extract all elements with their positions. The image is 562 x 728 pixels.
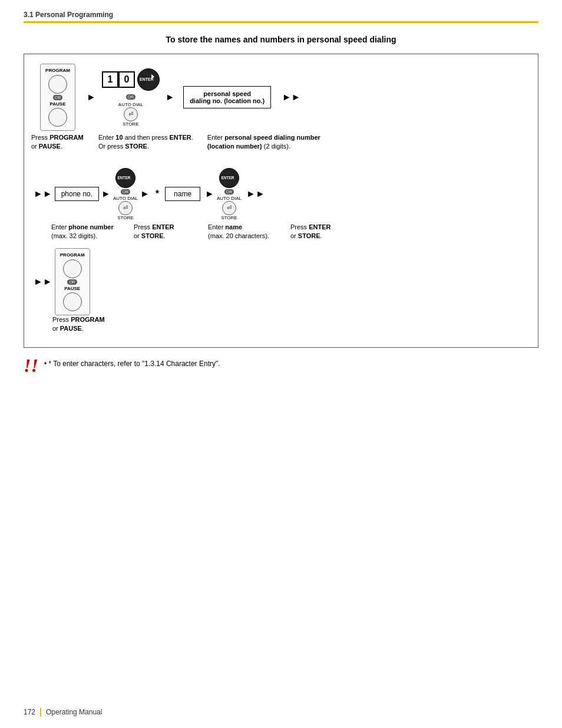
name-box: name (165, 187, 200, 201)
caption-2: Enter 10 and then press ENTER.Or press S… (98, 133, 193, 151)
double-arrow-2: ►► (34, 189, 52, 199)
note-content: * To enter characters, refer to "1.3.14 … (48, 360, 220, 368)
caption-name: Enter name(max. 20 characters). (208, 223, 279, 241)
diagram-row3: ►► PROGRAM OR PAUSE (31, 248, 531, 315)
caption-row3: Press PROGRAMor PAUSE. (31, 315, 531, 334)
program-pause-group-2: PROGRAM OR PAUSE (55, 248, 90, 315)
note-text: • * To enter characters, refer to "1.3.1… (44, 360, 220, 368)
diagram-row2: ►► phone no. ► ENTER OR AUTO DIAL ⏎ STOR… (31, 168, 531, 220)
auto-dial-label-3: AUTO DIAL (217, 196, 242, 201)
store-key-3: ⏎ (222, 201, 236, 215)
step-phone-group: phone no. (55, 187, 99, 201)
arrow-4: ► (140, 189, 150, 199)
double-arrow-4: ►► (34, 276, 52, 287)
program-pause-group: PROGRAM OR PAUSE (40, 64, 75, 131)
personal-speed-box: personal speeddialing no. (location no.) (183, 86, 271, 108)
store-label-1: STORE (123, 121, 138, 127)
caption-phone: Enter phone number(max. 32 digits). (51, 223, 122, 241)
caption-enter3: Press ENTERor STORE. (290, 223, 338, 241)
step-name-group: name (165, 187, 200, 201)
diagram-row1: PROGRAM OR PAUSE ► 1 0 ENTER (31, 64, 531, 131)
or-badge-2: OR (126, 94, 136, 100)
caption-final: Press PROGRAMor PAUSE. (52, 315, 105, 334)
step-enter3-group: ENTER OR AUTO DIAL ⏎ STORE (217, 168, 242, 220)
caption-row1: Press PROGRAMor PAUSE. Enter 10 and then… (31, 133, 531, 151)
or-badge-4: OR (224, 189, 234, 195)
note-section: !! • * To enter characters, refer to "1.… (24, 356, 538, 375)
star-label: * (156, 189, 159, 199)
caption-1: Press PROGRAMor PAUSE. (31, 133, 84, 151)
double-arrow-3: ►► (246, 189, 265, 199)
page-header: 3.1 Personal Programming (0, 0, 562, 19)
caption-3: Enter personal speed dialing number(loca… (207, 133, 320, 151)
enter-key-2: ENTER (115, 168, 135, 188)
or-badge-3: OR (121, 189, 131, 195)
footer-label: Operating Manual (46, 708, 102, 716)
diagram-box: PROGRAM OR PAUSE ► 1 0 ENTER (24, 54, 538, 348)
store-key-1: ⏎ (124, 107, 138, 121)
pause-label-2: PAUSE (64, 286, 80, 291)
note-icon: !! (24, 356, 38, 375)
step2-group: 1 0 ENTER OR AUTO DIAL ⏎ STORE (98, 68, 163, 127)
or-badge-1: OR (53, 95, 63, 100)
key-1: 1 (102, 71, 118, 88)
step-final-group: PROGRAM OR PAUSE (55, 248, 90, 315)
step1-group: PROGRAM OR PAUSE (31, 64, 84, 131)
program-label-2: PROGRAM (60, 252, 85, 258)
diagram-title: To store the names and numbers in person… (24, 35, 538, 44)
program-key-2 (63, 259, 82, 278)
section-title: 3.1 Personal Programming (24, 11, 538, 19)
caption-row2: Enter phone number(max. 32 digits). Pres… (31, 223, 531, 241)
page-number: 172 (24, 708, 35, 716)
arrow-3: ► (101, 189, 111, 199)
auto-dial-label-2: AUTO DIAL (113, 196, 138, 201)
key-0: 0 (118, 71, 135, 88)
footer-separator (40, 708, 41, 716)
note-bullet: • (44, 360, 47, 368)
pause-key-2 (63, 292, 82, 311)
or-badge-5: OR (67, 279, 77, 285)
page-footer: 172 Operating Manual (24, 708, 102, 716)
pause-key (48, 108, 67, 127)
pause-label: PAUSE (50, 101, 66, 107)
enter-key-1: ENTER (137, 68, 160, 91)
store-key-2: ⏎ (118, 201, 133, 215)
caption-enter2: Press ENTERor STORE. (134, 223, 181, 241)
arrow-2: ► (166, 92, 175, 103)
enter-key-3: ENTER (219, 168, 239, 188)
step3-group: personal speeddialing no. (location no.) (177, 86, 277, 108)
program-label: PROGRAM (45, 68, 70, 73)
auto-dial-label: AUTO DIAL (118, 102, 143, 107)
double-arrow-1: ►► (282, 92, 301, 103)
phone-no-box: phone no. (55, 187, 99, 201)
store-label-3: STORE (221, 215, 237, 220)
main-content: To store the names and numbers in person… (0, 23, 562, 387)
program-key (48, 75, 67, 94)
store-label-2: STORE (117, 215, 133, 220)
arrow-5: ► (205, 189, 214, 199)
step-enter2-group: ENTER OR AUTO DIAL ⏎ STORE (113, 168, 138, 220)
arrow-1: ► (87, 92, 96, 103)
